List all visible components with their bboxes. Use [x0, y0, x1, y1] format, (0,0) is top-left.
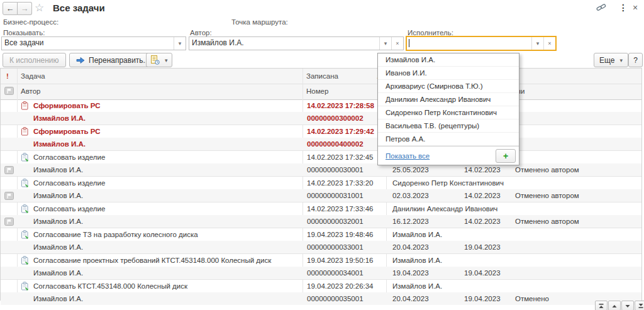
more-menu-icon[interactable]: ⋮ [619, 3, 628, 13]
task-column-header[interactable]: Задача [21, 69, 45, 84]
next-row-button[interactable] [621, 301, 634, 310]
importance-column-header[interactable]: ! [6, 69, 9, 84]
task-list-menu-button[interactable]: ▾ [146, 53, 172, 67]
task-row-line2[interactable]: Измайлов И.А. 00000000031001 02.03.2023 … [1, 189, 641, 202]
redirect-label: Перенаправить... [89, 56, 150, 65]
show-filter-combobox[interactable]: Все задачи ▾ [1, 36, 186, 50]
task-row-line2[interactable]: Измайлов И.А. 00000000300002 [1, 112, 641, 125]
task-row-line1[interactable]: Согласовать изделие 14.02.2023 17:33:20 … [1, 177, 641, 189]
help-button[interactable]: ? [628, 53, 643, 67]
show-all-link[interactable]: Показать все [386, 152, 496, 160]
task-author: Измайлов И.А. [33, 215, 83, 228]
table-row[interactable]: Согласовать КТСТ.453148.000 Колесный дис… [1, 279, 641, 305]
executor-filter-combobox[interactable]: ▾ × [406, 36, 557, 51]
dropdown-item[interactable]: Васильева Т.В. (рецептуры) [378, 119, 519, 133]
task-completed-date: 19.04.2023 [464, 241, 501, 253]
more-actions-button[interactable]: Еще ▾ [594, 53, 628, 67]
clear-icon[interactable]: × [391, 37, 403, 50]
row-navigation [595, 301, 644, 310]
task-due-date: 20.04.2023 [392, 241, 429, 253]
link-icon[interactable] [596, 3, 606, 14]
author-filter-value: Измайлов И.А. [189, 37, 379, 50]
task-row-line1[interactable]: Согласование ТЗ на разработку колесного … [1, 228, 641, 241]
favorite-star-icon[interactable]: ☆ [35, 1, 44, 14]
task-row-line2[interactable]: Измайлов И.А. 00000000034001 19.04.2023 … [1, 267, 641, 279]
task-name: Согласовать КТСТ.453148.000 Колесный дис… [33, 280, 187, 292]
add-new-button[interactable]: + [496, 149, 516, 163]
task-author: Измайлов И.А. [33, 267, 83, 279]
dropdown-item[interactable]: Сидоренко Петр Константинович [378, 106, 519, 119]
task-author: Измайлов И.А. [33, 241, 83, 253]
table-row[interactable]: Согласовать изделие 14.02.2023 17:33:46 … [1, 202, 641, 228]
author-filter-combobox[interactable]: Измайлов И.А. ▾ × [189, 36, 404, 50]
redirect-arrow-icon [76, 57, 85, 64]
recorded-column-header[interactable]: Записана [306, 69, 338, 84]
task-recorded: 14.02.2023 17:29:42 [307, 125, 374, 138]
task-number: 00000000034001 [307, 267, 364, 279]
go-last-row-button[interactable] [635, 301, 644, 310]
table-row[interactable]: Сформировать РС 14.02.2023 17:29:42 Изма… [1, 125, 641, 150]
forward-button[interactable]: → [18, 2, 32, 15]
number-column-header[interactable]: Номер [306, 84, 328, 99]
route-point-label: Точка маршрута: [231, 18, 288, 26]
business-process-label: Бизнес-процесс: [3, 18, 58, 26]
chevron-down-icon[interactable]: ▾ [531, 37, 543, 50]
task-completed-date: 19.04.2023 [464, 292, 501, 305]
task-author: Измайлов И.А. [33, 189, 83, 202]
task-author: Измайлов И.А. [33, 292, 83, 305]
executor-filter-value [409, 37, 531, 50]
previous-row-button[interactable] [608, 301, 621, 310]
task-row-line2[interactable]: Измайлов И.А. 00000000032001 16.12.2023 … [1, 215, 641, 228]
task-row-line1[interactable]: Сформировать РС 14.02.2023 17:28:58 [1, 99, 641, 112]
dropdown-item[interactable]: Данилкин Александр Иванович [378, 93, 519, 106]
task-state: Отменено автором [515, 189, 579, 202]
task-row-line2[interactable]: Измайлов И.А. 00000000030001 25.05.2023 … [1, 163, 641, 176]
task-number: 00000000033001 [307, 241, 364, 253]
table-row[interactable]: Согласование ТЗ на разработку колесного … [1, 228, 641, 253]
task-document-clock-icon [150, 55, 160, 65]
task-records: Сформировать РС 14.02.2023 17:28:58 Изма… [1, 99, 641, 305]
table-row[interactable]: Сформировать РС 14.02.2023 17:28:58 Изма… [1, 99, 641, 125]
chevron-down-icon[interactable]: ▾ [379, 37, 391, 50]
redirect-button[interactable]: Перенаправить... [69, 53, 157, 67]
task-author: Измайлов И.А. [33, 138, 86, 150]
task-due-date: 25.05.2023 [392, 163, 429, 176]
task-number: 00000000030001 [307, 163, 364, 176]
all-tasks-window: ← → ☆ Все задачи ⋮ × Бизнес-процесс: Точ… [0, 0, 644, 310]
task-executor: Данилкин Александр Иванович [392, 202, 497, 215]
task-row-line2[interactable]: Измайлов И.А. 00000000035001 20.04.2023 … [1, 292, 641, 305]
task-state: Отменено автором [515, 163, 579, 176]
author-column-header[interactable]: Автор [21, 84, 40, 99]
back-button[interactable]: ← [3, 2, 18, 15]
clear-icon[interactable]: × [543, 37, 555, 50]
close-icon[interactable]: × [633, 3, 638, 13]
task-state: Отменено [515, 292, 549, 305]
dropdown-item[interactable]: Архивариус (Смирнова Т.Ю.) [378, 80, 519, 93]
task-row-line1[interactable]: Сформировать РС 14.02.2023 17:29:42 [1, 125, 641, 138]
task-row-line1[interactable]: Согласование проектных требований КТСТ.4… [1, 254, 641, 267]
task-number: 00000000400002 [307, 138, 364, 150]
task-row-line2[interactable]: Измайлов И.А. 00000000400002 [1, 138, 641, 150]
task-row-line1[interactable]: Согласовать изделие 14.02.2023 17:33:46 … [1, 202, 641, 215]
dropdown-item[interactable]: Измайлов И.А. [378, 53, 519, 67]
task-recorded: 19.04.2023 19:48:46 [307, 228, 374, 241]
chevron-down-icon[interactable]: ▾ [174, 37, 186, 50]
show-label: Показывать: [3, 29, 45, 36]
go-first-row-button[interactable] [595, 301, 608, 310]
help-label: ? [633, 56, 638, 65]
dropdown-item[interactable]: Петров А.А. [378, 133, 519, 146]
table-row[interactable]: Согласовать изделие 14.02.2023 17:33:20 … [1, 176, 641, 202]
task-completed-date: 14.02.2023 [464, 189, 501, 202]
author-label: Автор: [190, 29, 212, 36]
table-row[interactable]: Согласование проектных требований КТСТ.4… [1, 253, 641, 279]
dropdown-item[interactable]: Иванов И.И. [378, 67, 519, 80]
task-row-line2[interactable]: Измайлов И.А. 00000000033001 20.04.2023 … [1, 241, 641, 253]
flag-column-header-icon[interactable] [4, 86, 14, 97]
task-row-line1[interactable]: Согласовать КТСТ.453148.000 Колесный дис… [1, 280, 641, 292]
task-completed-date: 14.02.2023 [464, 163, 501, 176]
table-row[interactable]: Согласовать изделие 14.02.2023 17:32:45 … [1, 150, 641, 176]
page-title: Все задачи [53, 3, 105, 13]
to-execution-button[interactable]: К исполнению [3, 53, 66, 67]
task-row-line1[interactable]: Согласовать изделие 14.02.2023 17:32:45 [1, 151, 641, 163]
task-recorded: 14.02.2023 17:28:58 [307, 99, 374, 112]
